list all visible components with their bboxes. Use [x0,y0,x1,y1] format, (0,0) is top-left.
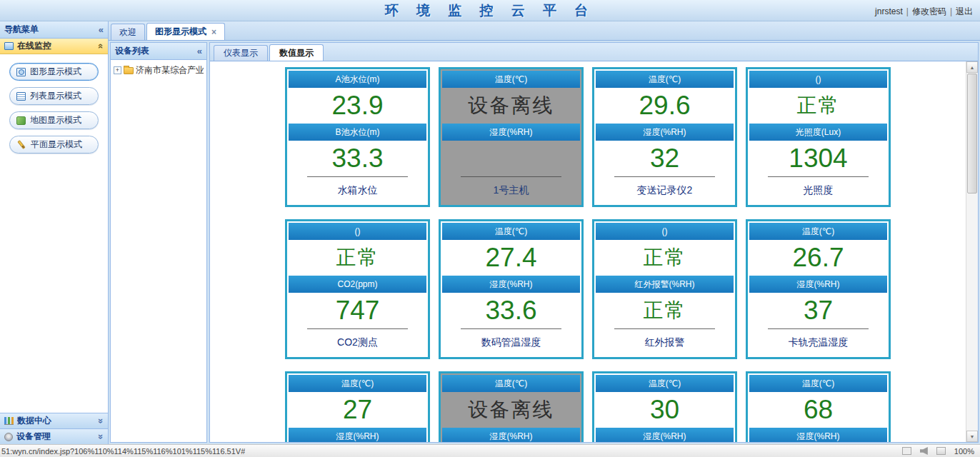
app-body: 导航菜单 « 在线监控 « 图形显示模式 列表显示模式 地 [0,21,980,444]
metric1-label: () [749,71,887,88]
monitor-status-icon[interactable] [936,447,946,455]
list-mode-button[interactable]: 列表显示模式 [9,87,99,105]
metric2-label: 光照度(Lux) [749,124,887,141]
metric1-value: 26.7 [749,240,887,276]
status-bar: 51:wyn.cn/index.jsp?106%110%114%115%116%… [0,444,980,457]
button-label: 平面显示模式 [31,139,82,151]
monitor-card: 温度(℃) 设备离线 湿度(%RH) [439,371,584,442]
monitor-card: () 正常 光照度(Lux) 1304 光照度 [746,67,891,207]
metric2-label: 红外报警(%RH) [596,276,734,293]
section-label: 设备管理 [16,431,51,443]
tab-label: 数值显示 [279,47,314,59]
metric1-value: 设备离线 [442,88,580,124]
content-panel: 仪表显示 数值显示 A池水位(m) 23.9 B池水位(m) 33.3 水箱水位… [209,42,979,443]
section-data-center[interactable]: 数据中心 » [0,413,108,428]
monitor-card: A池水位(m) 23.9 B池水位(m) 33.3 水箱水位 [285,67,430,207]
device-list-header: 设备列表 « [111,43,206,60]
pencil-icon [17,140,25,149]
graphic-mode-button[interactable]: 图形显示模式 [9,63,99,81]
scroll-down-arrow-icon[interactable]: ▼ [966,431,978,442]
metric1-label: 温度(℃) [442,223,580,240]
monitor-card: () 正常 CO2(ppm) 747 CO2测点 [285,219,430,359]
metric2-label: 湿度(%RH) [749,428,887,442]
metric2-label: 湿度(%RH) [442,428,580,442]
cards-area: A池水位(m) 23.9 B池水位(m) 33.3 水箱水位 温度(℃) 设备离… [210,61,978,442]
chevron-up-icon[interactable]: « [96,44,106,49]
nav-title: 导航菜单 [4,24,39,36]
zoom-level[interactable]: 100% [954,447,974,456]
card-title: 红外报警 [596,329,734,356]
metric1-value: 正常 [596,240,734,276]
logout-link[interactable]: 退出 [956,6,973,16]
app-root: 环 境 监 控 云 平 台 jnrstest|修改密码|退出 导航菜单 « 在线… [0,0,980,457]
tab-instrument-display[interactable]: 仪表显示 [214,45,268,61]
button-label: 地图显示模式 [30,114,81,126]
metric1-value: 27 [289,392,426,428]
metric2-label: 湿度(%RH) [289,428,426,442]
metric1-value: 68 [749,392,887,428]
bar-chart-icon [4,417,14,425]
status-right: 100% [902,447,974,456]
monitor-card: 温度(℃) 68 湿度(%RH) [746,371,891,442]
section-label: 数据中心 [17,415,51,427]
main-tab-bar: 欢迎 图形显示模式 × [109,21,980,41]
nav-sidebar: 导航菜单 « 在线监控 « 图形显示模式 列表显示模式 地 [0,21,109,444]
scroll-thumb[interactable] [967,74,977,194]
chevron-down-icon[interactable]: » [96,418,106,423]
chevron-down-icon[interactable]: » [96,434,106,439]
app-header: 环 境 监 控 云 平 台 jnrstest|修改密码|退出 [0,0,980,21]
page-icon[interactable] [902,447,911,455]
view-tab-bar: 仪表显示 数值显示 [210,43,978,61]
metric2-label: 湿度(%RH) [596,428,734,442]
monitor-card: 温度(℃) 设备离线 湿度(%RH) 1号主机 [439,67,584,207]
tab-graphic-mode[interactable]: 图形显示模式 × [146,23,225,40]
cards-grid: A池水位(m) 23.9 B池水位(m) 33.3 水箱水位 温度(℃) 设备离… [210,61,966,442]
tree-node-industrial-zone[interactable]: + 济南市某综合产业区 [114,64,204,76]
app-title: 环 境 监 控 云 平 台 [0,0,980,21]
close-icon[interactable]: × [211,27,216,37]
device-list-panel: 设备列表 « + 济南市某综合产业区 [110,42,207,443]
section-online-monitoring[interactable]: 在线监控 « [0,39,108,54]
metric2-label: 湿度(%RH) [442,124,580,141]
card-title: 光照度 [749,177,887,204]
tab-welcome[interactable]: 欢迎 [111,24,145,40]
device-list-collapse-icon[interactable]: « [197,46,202,56]
button-label: 列表显示模式 [30,90,81,102]
metric1-label: () [596,223,734,240]
device-tree: + 济南市某综合产业区 [111,60,206,80]
metric1-value: 23.9 [289,88,426,124]
scroll-up-arrow-icon[interactable]: ▲ [966,61,978,73]
metric2-value: 33.6 [442,293,580,328]
user-links: jnrstest|修改密码|退出 [875,6,973,18]
monitor-icon [4,42,14,50]
button-label: 图形显示模式 [30,66,81,78]
metric2-label: 湿度(%RH) [442,276,580,293]
plane-mode-button[interactable]: 平面显示模式 [9,136,99,154]
vertical-scrollbar[interactable]: ▲ ▼ [966,61,978,442]
metric1-label: 温度(℃) [596,71,734,88]
username: jnrstest [875,6,903,16]
speaker-icon[interactable] [920,447,928,455]
metric1-label: 温度(℃) [749,223,887,240]
metric2-value: 1304 [749,141,887,176]
folder-icon [124,67,134,74]
metric1-value: 29.6 [596,88,734,124]
section-device-management[interactable]: 设备管理 » [0,428,108,444]
tree-expander-icon[interactable]: + [114,66,121,74]
card-title: 水箱水位 [289,177,426,204]
map-mode-button[interactable]: 地图显示模式 [9,111,99,129]
change-password-link[interactable]: 修改密码 [912,6,946,16]
tab-label: 图形显示模式 [155,26,206,38]
tab-numeric-display[interactable]: 数值显示 [269,44,324,61]
main-panel: 设备列表 « + 济南市某综合产业区 仪表显示 [109,41,980,444]
nav-button-group: 图形显示模式 列表显示模式 地图显示模式 平面显示模式 [0,54,108,413]
monitor-card: 温度(℃) 30 湿度(%RH) [592,371,737,442]
metric1-label: () [289,223,426,240]
nav-collapse-icon[interactable]: « [99,24,104,35]
metric2-value: 32 [596,141,734,176]
monitor-card: 温度(℃) 29.6 湿度(%RH) 32 变送记录仪2 [592,67,737,207]
metric1-label: 温度(℃) [596,375,734,392]
nav-panel-header: 导航菜单 « [0,21,108,39]
metric1-label: 温度(℃) [442,71,580,88]
metric2-label: B池水位(m) [289,124,426,141]
